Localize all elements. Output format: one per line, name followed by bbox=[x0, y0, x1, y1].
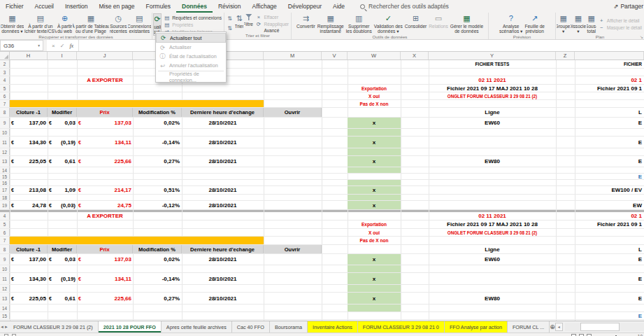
cell-prix[interactable]: €225,66 bbox=[77, 293, 133, 304]
add-sheet-icon[interactable]: ⊕ bbox=[550, 321, 555, 332]
cell-date[interactable]: 28/10/2021 bbox=[182, 186, 264, 194]
cell-date[interactable]: 28/10/2021 bbox=[182, 293, 264, 304]
column-header[interactable]: Z bbox=[556, 52, 575, 59]
column-header[interactable]: I bbox=[48, 52, 77, 59]
cell-prix[interactable]: €214,17 bbox=[77, 186, 133, 194]
cell-prix[interactable]: €134,11 bbox=[77, 136, 133, 148]
cell-date[interactable]: 28/10/2021 bbox=[182, 201, 264, 209]
header-cloture[interactable]: Cloture -1 bbox=[10, 108, 48, 117]
cell-export-flag[interactable] bbox=[348, 148, 401, 155]
recent-sources-button[interactable]: ◷ Sources récentes bbox=[110, 13, 127, 34]
row-number[interactable]: 12 bbox=[0, 285, 10, 292]
header-ouvrir[interactable]: Ouvrir bbox=[264, 245, 322, 253]
cell-cloture[interactable]: €137,00 bbox=[10, 254, 48, 265]
header-prix[interactable]: Prix bbox=[77, 108, 133, 117]
cell-right-clipped[interactable]: E bbox=[575, 136, 644, 148]
column-header[interactable]: M bbox=[264, 52, 322, 59]
cell-fichier-tests[interactable]: FICHIER TESTS bbox=[429, 60, 556, 68]
sort-button[interactable]: ⇅ Trier bbox=[235, 13, 243, 33]
row-number[interactable]: 5 bbox=[0, 85, 10, 92]
cell-pct[interactable]: 0,27% bbox=[133, 293, 182, 304]
manage-data-model-button[interactable]: ▦ Gérer le modèle de données bbox=[450, 13, 484, 34]
header-ligne[interactable]: Ligne bbox=[429, 108, 556, 117]
cell-modifier[interactable]: €0,03 bbox=[48, 254, 77, 265]
cell-export-flag[interactable]: x bbox=[348, 186, 401, 194]
cell-x-oui[interactable]: X oui bbox=[348, 229, 401, 236]
cell-ligne[interactable]: EW60 bbox=[429, 118, 556, 128]
name-box[interactable]: G36 ▾ bbox=[0, 40, 43, 51]
cell-export-flag[interactable] bbox=[348, 180, 401, 186]
cell-export-flag[interactable] bbox=[348, 129, 401, 136]
scrollbar-track[interactable] bbox=[565, 323, 644, 331]
row-number[interactable]: 8 bbox=[0, 108, 10, 117]
cell-fichier-file[interactable]: Fichier 2021 09 17 MAJ 2021 10 28 bbox=[429, 220, 556, 228]
cell-date-maj[interactable]: 02 11 2021 bbox=[429, 76, 556, 84]
header-prix[interactable]: Prix bbox=[77, 245, 133, 253]
column-header[interactable]: Y bbox=[429, 52, 556, 59]
cell-prix[interactable]: €137,03 bbox=[77, 254, 133, 265]
row-number[interactable]: 10 bbox=[0, 265, 10, 272]
cell-cloture[interactable]: €225,05 bbox=[10, 293, 48, 304]
cell-pas-de-x[interactable]: Pas de X non bbox=[348, 237, 401, 244]
highlight-bar[interactable] bbox=[10, 237, 264, 244]
row-number[interactable]: 10 bbox=[0, 129, 10, 136]
data-validation-button[interactable]: ✓ Validation des données ▾ bbox=[373, 13, 403, 34]
cell-date[interactable]: 28/10/2021 bbox=[182, 156, 264, 167]
cell-export-flag[interactable]: x bbox=[348, 293, 401, 304]
tab-mise-en-page[interactable]: Mise en page bbox=[94, 0, 141, 13]
cell-cloture[interactable]: €225,05 bbox=[10, 156, 48, 167]
row-number[interactable]: 14 bbox=[0, 304, 10, 312]
cell-export-flag[interactable]: x bbox=[348, 136, 401, 148]
cell-modifier[interactable]: €(0,19) bbox=[48, 136, 77, 148]
cell-export-flag[interactable]: x bbox=[348, 254, 401, 265]
row-number[interactable]: 15 bbox=[0, 174, 10, 179]
column-header[interactable] bbox=[575, 52, 644, 59]
from-table-range-button[interactable]: ▦ À partir de Tableau ou d'une Plage bbox=[73, 13, 109, 34]
cell-pct[interactable]: -0,14% bbox=[133, 136, 182, 148]
cell-cloture[interactable]: €134,30 bbox=[10, 136, 48, 148]
row-number[interactable]: 19 bbox=[0, 201, 10, 209]
row-number[interactable]: 8 bbox=[0, 245, 10, 253]
header-ouvrir[interactable]: Ouvrir bbox=[264, 108, 322, 117]
column-header[interactable]: W bbox=[348, 52, 401, 59]
sheet-tab-inventaire-actions[interactable]: Inventaire Actions bbox=[308, 321, 358, 332]
cell-date[interactable]: 28/10/2021 bbox=[182, 118, 264, 128]
cell-onglet[interactable]: ONGLET FORUM CLASSEUR 3 29 08 21 (2) bbox=[429, 92, 556, 99]
cell-pct[interactable]: -0,14% bbox=[133, 273, 182, 284]
column-header[interactable]: H bbox=[10, 52, 48, 59]
cell-exportation[interactable]: Exportation bbox=[348, 220, 401, 228]
cell-x-oui[interactable]: X oui bbox=[348, 92, 401, 99]
sheet-tab-2021-10-28-pour-ffo[interactable]: 2021 10 28 POUR FFO bbox=[99, 321, 162, 332]
subtotal-button[interactable]: ▦ Sous- total bbox=[587, 13, 596, 34]
share-button[interactable]: ⇗ Partager bbox=[613, 3, 644, 10]
cell-date-clipped[interactable]: 02 1 bbox=[575, 212, 644, 220]
cell-right-clipped[interactable]: E bbox=[575, 254, 644, 265]
remove-duplicates-button[interactable]: ▥ Supprimer les doublons bbox=[345, 13, 373, 34]
row-number[interactable]: 11 bbox=[0, 273, 10, 284]
advanced-filter-button[interactable]: Avancé bbox=[255, 28, 289, 33]
row-number[interactable]: 7 bbox=[0, 100, 10, 107]
tab-donnees[interactable]: Données bbox=[176, 0, 213, 13]
cell-onglet[interactable]: ONGLET FORUM CLASSEUR 3 29 08 21 (2) bbox=[429, 229, 556, 236]
cell-pct[interactable]: 0,02% bbox=[133, 118, 182, 128]
cell-pas-de-x[interactable]: Pas de X non bbox=[348, 100, 401, 107]
insert-function-icon[interactable]: fx bbox=[69, 43, 73, 49]
cell-export-flag[interactable] bbox=[348, 285, 401, 292]
cell-right-clipped[interactable]: E bbox=[575, 156, 644, 167]
from-text-csv-button[interactable]: ▤ À partir d'un fichier texte/CSV bbox=[24, 13, 57, 34]
from-web-button[interactable]: ⊕ À partir du web bbox=[57, 13, 72, 34]
cell-cloture[interactable]: €134,30 bbox=[10, 273, 48, 284]
row-number[interactable]: 14 bbox=[0, 167, 10, 173]
forecast-sheet-button[interactable]: ↗ Feuille de prévision bbox=[524, 13, 545, 34]
cell-prix[interactable]: €137,03 bbox=[77, 118, 133, 128]
cell-modifier[interactable]: €1,09 bbox=[48, 186, 77, 194]
cell-a-exporter[interactable]: A EXPORTER bbox=[77, 76, 133, 84]
existing-connections-button[interactable]: ▤ Connexions existantes bbox=[128, 13, 151, 34]
header-derniere-heure[interactable]: Derniere heure d'echange bbox=[182, 245, 264, 253]
queries-connections-button[interactable]: ▤ Requêtes et connexions bbox=[164, 15, 222, 21]
cell-cloture[interactable]: €24,78 bbox=[10, 201, 48, 209]
tab-affichage[interactable]: Affichage bbox=[247, 0, 282, 13]
cell-date-clipped[interactable]: 02 1 bbox=[575, 76, 644, 84]
cell-file-clipped[interactable]: Fichier 2021 09 1 bbox=[575, 85, 644, 92]
cell-export-flag[interactable] bbox=[348, 304, 401, 312]
